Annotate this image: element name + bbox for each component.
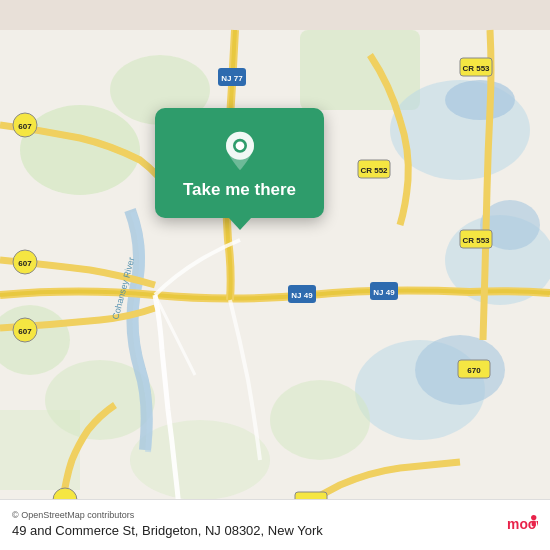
svg-text:NJ 49: NJ 49 (373, 288, 395, 297)
address-text: 49 and Commerce St, Bridgeton, NJ 08302,… (12, 523, 323, 538)
svg-text:NJ 49: NJ 49 (291, 291, 313, 300)
bottom-bar: © OpenStreetMap contributors 49 and Comm… (0, 499, 550, 550)
svg-text:607: 607 (18, 122, 32, 131)
svg-text:NJ 77: NJ 77 (221, 74, 243, 83)
svg-text:CR 553: CR 553 (462, 64, 490, 73)
moovit-icon: moovit (506, 508, 538, 540)
svg-text:607: 607 (18, 259, 32, 268)
svg-text:607: 607 (18, 327, 32, 336)
svg-rect-45 (532, 521, 536, 526)
svg-point-44 (531, 515, 536, 520)
svg-text:670: 670 (467, 366, 481, 375)
moovit-logo: moovit (506, 508, 538, 540)
map-popup[interactable]: Take me there (155, 108, 324, 218)
osm-attribution: © OpenStreetMap contributors (12, 510, 323, 520)
svg-point-9 (270, 380, 370, 460)
map-pin-icon (219, 130, 261, 172)
map-background: NJ 77 NJ 49 NJ 49 607 607 607 650 CR 552… (0, 0, 550, 550)
map-container: NJ 77 NJ 49 NJ 49 607 607 607 650 CR 552… (0, 0, 550, 550)
svg-point-42 (235, 141, 244, 150)
address-section: © OpenStreetMap contributors 49 and Comm… (12, 510, 323, 538)
svg-point-12 (445, 80, 515, 120)
svg-rect-3 (300, 30, 420, 110)
popup-label: Take me there (183, 180, 296, 200)
svg-text:CR 552: CR 552 (360, 166, 388, 175)
svg-text:CR 553: CR 553 (462, 236, 490, 245)
